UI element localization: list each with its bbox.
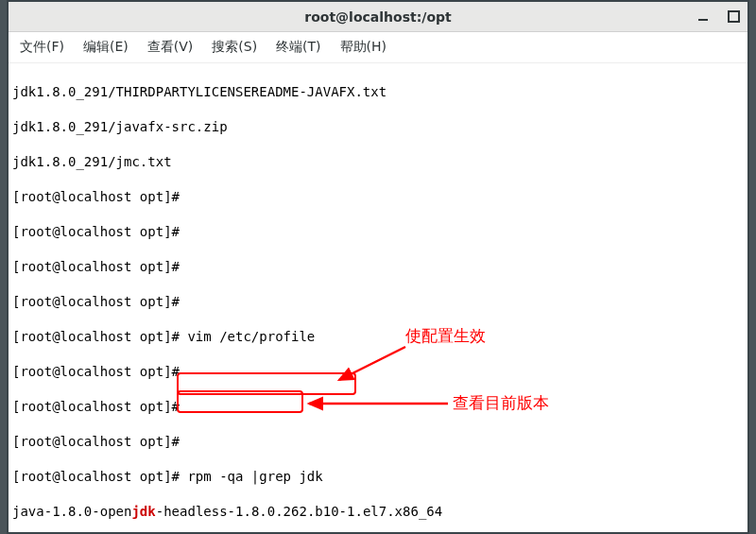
terminal-line: [root@localhost opt]# vim /etc/profile [12, 328, 744, 346]
terminal-line: [root@localhost opt]# rpm -qa |grep jdk [12, 468, 744, 486]
menu-search[interactable]: 搜索(S) [206, 36, 263, 59]
window-title: root@localhost:/opt [304, 9, 451, 25]
terminal-line: [root@localhost opt]# [12, 258, 744, 276]
terminal-output[interactable]: jdk1.8.0_291/THIRDPARTYLICENSEREADME-JAV… [9, 63, 747, 532]
minimize-button[interactable] [696, 10, 710, 24]
terminal-line: [root@localhost opt]# [12, 188, 744, 206]
terminal-line: [root@localhost opt]# [12, 363, 744, 381]
terminal-window: root@localhost:/opt 文件(F) 编辑(E) 查看(V) 搜索… [7, 0, 749, 534]
terminal-line: jdk1.8.0_291/javafx-src.zip [12, 118, 744, 136]
window-controls [696, 10, 740, 24]
terminal-line: java-1.8.0-openjdk-headless-1.8.0.262.b1… [12, 503, 744, 521]
menu-view[interactable]: 查看(V) [142, 36, 199, 59]
terminal-line: jdk1.8.0_291/THIRDPARTYLICENSEREADME-JAV… [12, 83, 744, 101]
maximize-button[interactable] [727, 10, 740, 24]
menu-edit[interactable]: 编辑(E) [77, 36, 134, 59]
menu-terminal[interactable]: 终端(T) [270, 36, 326, 59]
titlebar: root@localhost:/opt [9, 2, 747, 32]
terminal-line: [root@localhost opt]# [12, 293, 744, 311]
menu-file[interactable]: 文件(F) [14, 36, 70, 59]
grep-match: jdk [131, 504, 155, 519]
menu-help[interactable]: 帮助(H) [335, 36, 392, 59]
terminal-line: jdk1.8.0_291/jmc.txt [12, 153, 744, 171]
menubar: 文件(F) 编辑(E) 查看(V) 搜索(S) 终端(T) 帮助(H) [9, 32, 747, 63]
terminal-line: [root@localhost opt]# [12, 223, 744, 241]
terminal-line: [root@localhost opt]# [12, 433, 744, 451]
terminal-line: [root@localhost opt]# [12, 398, 744, 416]
